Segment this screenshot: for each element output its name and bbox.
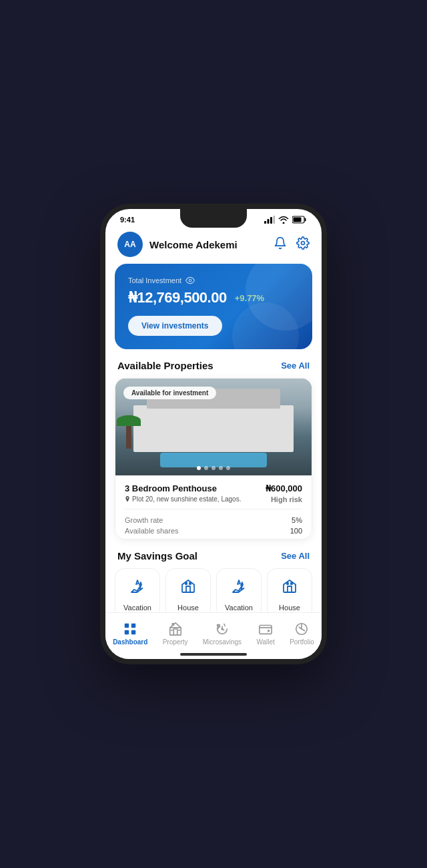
svg-rect-2 (270, 217, 272, 224)
carousel-dots (197, 466, 230, 470)
wallet-icon (258, 622, 273, 636)
time: 9:41 (120, 216, 135, 224)
properties-see-all[interactable]: See All (281, 361, 310, 371)
shares-row: Available shares 100 (125, 525, 302, 536)
vacation-icon-1 (129, 578, 145, 598)
signal-icon (264, 216, 275, 224)
svg-rect-11 (125, 630, 129, 634)
shares-label: Available shares (125, 527, 179, 535)
svg-rect-1 (268, 219, 270, 224)
nav-portfolio-label: Portfolio (290, 638, 314, 646)
avatar: AA (117, 232, 143, 257)
dot-4 (219, 466, 223, 470)
growth-label: Growth rate (125, 516, 163, 524)
nav-wallet[interactable]: Wallet (256, 622, 274, 646)
nav-microsavings[interactable]: Microsavings (203, 622, 242, 646)
savings-label-house-1: House (177, 604, 199, 612)
vacation-icon-2 (231, 578, 247, 598)
availability-badge: Available for investment (123, 387, 216, 399)
svg-point-7 (302, 241, 305, 244)
svg-point-8 (189, 279, 191, 282)
savings-label-vacation-1: Vacation (123, 604, 151, 612)
nav-dashboard[interactable]: Dashboard (113, 622, 147, 646)
savings-section-header: My Savings Goal See All (105, 539, 322, 568)
property-name: 3 Bedroom Penthouse (125, 483, 217, 493)
page-header: AA Welcome Adekemi (105, 226, 322, 264)
savings-title: My Savings Goal (117, 550, 197, 562)
property-icon (168, 622, 183, 636)
view-investments-button[interactable]: View investments (128, 316, 222, 336)
prop-location-row: Plot 20, new sunshine estate, Lagos. Hig… (125, 495, 302, 503)
microsavings-icon (215, 622, 230, 636)
location-pin-icon (125, 496, 130, 503)
status-bar: 9:41 (105, 209, 322, 226)
svg-rect-6 (294, 218, 302, 222)
scene-palm (126, 415, 131, 449)
savings-item-house-2[interactable]: House (267, 568, 312, 619)
nav-portfolio[interactable]: Portfolio (290, 622, 314, 646)
dot-1 (197, 466, 201, 470)
svg-rect-12 (131, 630, 135, 634)
investment-label: Total Investment (128, 276, 299, 285)
prop-name-row: 3 Bedroom Penthouse ₦600,000 (125, 483, 302, 493)
svg-rect-5 (305, 218, 306, 222)
status-icons (264, 216, 307, 224)
savings-label-house-2: House (279, 604, 300, 612)
shares-value: 100 (290, 527, 302, 535)
property-risk: High risk (271, 495, 302, 503)
scroll-area[interactable]: AA Welcome Adekemi (105, 226, 322, 656)
svg-rect-10 (131, 623, 135, 627)
property-divider (125, 509, 302, 509)
property-image: Available for investment (115, 379, 312, 475)
savings-item-vacation-2[interactable]: Vacation (216, 568, 262, 619)
portfolio-icon (294, 622, 309, 636)
nav-dashboard-label: Dashboard (113, 638, 147, 646)
properties-title: Available Properties (117, 360, 214, 371)
dot-2 (204, 466, 208, 470)
property-info: 3 Bedroom Penthouse ₦600,000 Plot 20, ne… (115, 475, 312, 539)
bottom-navigation: Dashboard Property Microsavings (105, 612, 322, 659)
savings-item-vacation-1[interactable]: Vacation (115, 568, 160, 619)
savings-see-all[interactable]: See All (281, 551, 310, 561)
savings-grid: Vacation House (105, 568, 322, 619)
investment-percent: +9.77% (235, 293, 264, 303)
dot-5 (226, 466, 230, 470)
property-card[interactable]: Available for investment 3 Bedroom Penth… (115, 378, 312, 539)
notification-icon[interactable] (274, 236, 287, 253)
header-actions (274, 236, 310, 253)
svg-rect-18 (260, 625, 272, 634)
growth-value: 5% (292, 516, 302, 524)
nav-wallet-label: Wallet (256, 638, 274, 646)
savings-label-vacation-2: Vacation (225, 604, 253, 612)
svg-point-19 (268, 630, 270, 631)
growth-row: Growth rate 5% (125, 515, 302, 525)
battery-icon (292, 216, 307, 224)
settings-icon[interactable] (296, 236, 310, 253)
scene-house (133, 405, 294, 452)
nav-property-label: Property (163, 638, 188, 646)
investment-card: Total Investment ₦12,769,500.00 +9.77% V… (115, 264, 312, 349)
home-indicator (180, 653, 247, 656)
house-icon-2 (282, 578, 298, 598)
dot-3 (211, 466, 216, 470)
property-location: Plot 20, new sunshine estate, Lagos. (125, 495, 241, 503)
nav-property[interactable]: Property (163, 622, 188, 646)
investment-amount: ₦12,769,500.00 (128, 289, 227, 306)
eye-icon (185, 276, 195, 285)
properties-section-header: Available Properties See All (105, 349, 322, 378)
property-price: ₦600,000 (266, 483, 302, 493)
welcome-text: Welcome Adekemi (149, 239, 238, 250)
svg-rect-0 (264, 221, 266, 224)
header-left: AA Welcome Adekemi (117, 232, 238, 257)
savings-item-house-1[interactable]: House (165, 568, 211, 619)
dashboard-icon (123, 622, 137, 636)
svg-rect-3 (274, 216, 276, 224)
svg-rect-9 (125, 623, 129, 627)
house-icon-1 (180, 578, 196, 598)
amount-row: ₦12,769,500.00 +9.77% (128, 289, 299, 306)
scene-pool (160, 453, 267, 467)
phone-container: 9:41 (100, 204, 327, 664)
wifi-icon (278, 216, 289, 224)
nav-microsavings-label: Microsavings (203, 638, 242, 646)
